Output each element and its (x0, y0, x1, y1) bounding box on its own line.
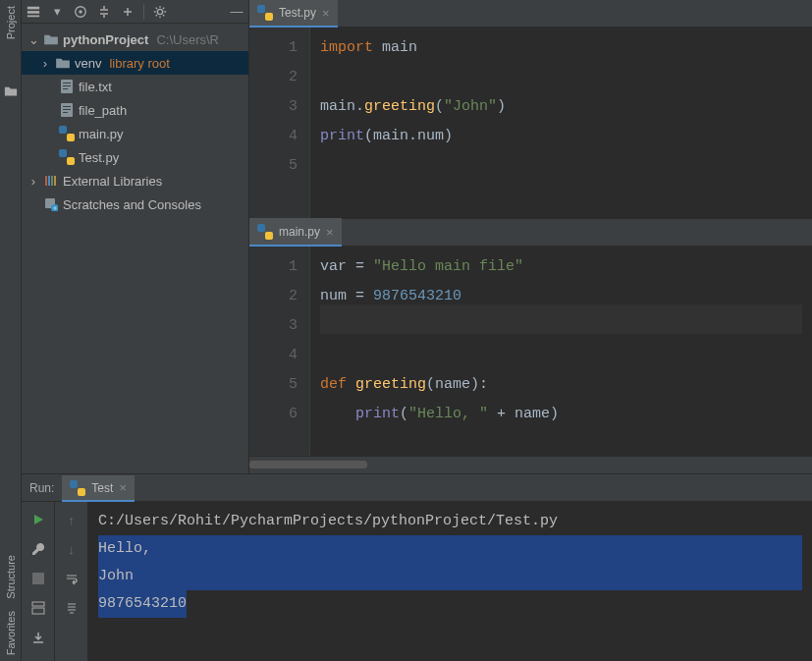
expand-all-icon[interactable] (96, 4, 112, 20)
text-file-icon (59, 102, 75, 118)
tree-hint: library root (109, 56, 169, 71)
project-tree[interactable]: ⌄ pythonProject C:\Users\R › venv librar… (22, 24, 248, 220)
python-file-icon (70, 480, 85, 496)
text-file-icon (59, 79, 75, 94)
run-icon[interactable] (28, 510, 48, 529)
run-tab[interactable]: Test × (62, 475, 135, 501)
folder-icon (43, 31, 59, 47)
tree-hint: C:\Users\R (156, 32, 219, 47)
tree-label: file.txt (79, 80, 112, 94)
run-header: Run: Test × (22, 474, 812, 502)
tree-external-libraries[interactable]: › External Libraries (22, 169, 248, 193)
chevron-right-icon[interactable]: › (39, 56, 51, 71)
svg-rect-17 (54, 176, 56, 186)
tree-file[interactable]: file.txt (22, 75, 248, 98)
tree-scratches[interactable]: › Scratches and Consoles (22, 193, 248, 216)
editor-pane-top: Test.py × 12345import main main.greeting… (249, 0, 812, 218)
tree-label: Scratches and Consoles (63, 197, 201, 212)
svg-point-4 (79, 10, 82, 14)
close-icon[interactable]: × (119, 480, 127, 495)
editor-area: Test.py × 12345import main main.greeting… (249, 0, 812, 473)
run-tool-window: Run: Test × ↑ ↓ C:/Users/Rohit/PycharmPr… (22, 473, 812, 661)
export-icon[interactable] (28, 628, 48, 647)
svg-rect-20 (32, 573, 44, 584)
folder-icon (55, 55, 71, 71)
close-icon[interactable]: × (322, 6, 330, 21)
settings-icon[interactable] (152, 4, 168, 20)
arrow-down-icon[interactable]: ↓ (62, 539, 81, 559)
close-icon[interactable]: × (326, 225, 334, 240)
svg-rect-22 (32, 608, 44, 614)
python-file-icon (59, 126, 75, 141)
svg-rect-8 (63, 85, 71, 86)
python-file-icon (257, 224, 273, 240)
left-tool-rail: Project Structure Favorites (0, 0, 22, 661)
chevron-down-icon[interactable]: ⌄ (27, 32, 39, 47)
structure-tool-button[interactable]: Structure (5, 549, 17, 605)
wrench-icon[interactable] (28, 539, 48, 559)
editor-pane-bottom: main.py × 123456var = "Hello main file"n… (249, 219, 812, 456)
output-line: Hello, John (98, 535, 802, 590)
folder-icon (4, 84, 18, 98)
tree-label: Test.py (79, 150, 119, 165)
python-file-icon (59, 149, 75, 165)
chevron-right-icon[interactable]: › (27, 174, 39, 189)
run-output[interactable]: C:/Users/Rohit/PycharmProjects/pythonPro… (88, 502, 812, 661)
svg-rect-11 (63, 106, 71, 107)
output-line: C:/Users/Rohit/PycharmProjects/pythonPro… (98, 508, 802, 535)
collapse-all-icon[interactable] (120, 4, 135, 20)
tree-venv[interactable]: › venv library root (22, 51, 248, 75)
tree-file[interactable]: main.py (22, 122, 248, 145)
target-icon[interactable] (73, 4, 88, 20)
output-line: 9876543210 (98, 590, 802, 618)
svg-rect-21 (32, 602, 44, 606)
tab-main-py[interactable]: main.py × (249, 218, 342, 246)
divider (143, 4, 144, 20)
project-toolbar: ▾ — (22, 0, 248, 24)
soft-wrap-icon[interactable] (62, 569, 81, 588)
tab-label: main.py (279, 225, 320, 239)
svg-point-5 (157, 9, 162, 14)
tree-file[interactable]: Test.py (22, 145, 248, 169)
tab-test-py[interactable]: Test.py × (249, 0, 338, 27)
favorites-tool-button[interactable]: Favorites (5, 605, 17, 661)
editor-tabs: Test.py × (249, 0, 812, 28)
svg-rect-9 (63, 88, 68, 89)
scrollbar[interactable] (249, 456, 812, 473)
libraries-icon (43, 173, 59, 189)
stop-icon[interactable] (28, 569, 48, 588)
arrow-up-icon[interactable]: ↑ (62, 510, 81, 529)
tab-label: Test.py (279, 6, 316, 20)
svg-rect-13 (63, 112, 68, 113)
tree-project-root[interactable]: ⌄ pythonProject C:\Users\R (22, 28, 248, 51)
tree-label: main.py (79, 127, 124, 141)
run-tab-label: Test (91, 481, 113, 495)
svg-rect-1 (27, 11, 39, 14)
minimize-icon[interactable]: — (229, 4, 244, 20)
dropdown-icon[interactable]: ▾ (49, 4, 65, 20)
project-view-icon[interactable] (26, 4, 41, 20)
tree-label: venv (75, 56, 101, 71)
svg-rect-16 (51, 176, 53, 186)
project-tool-button[interactable]: Project (5, 0, 17, 45)
project-panel: ▾ — ⌄ pythonProject C:\Users\R › venv li… (22, 0, 249, 473)
code-editor[interactable]: 123456var = "Hello main file"num = 98765… (249, 247, 812, 456)
tree-label: file_path (79, 103, 127, 118)
python-file-icon (257, 5, 273, 21)
run-label: Run: (29, 481, 54, 495)
tree-label: pythonProject (63, 32, 148, 47)
run-body: ↑ ↓ C:/Users/Rohit/PycharmProjects/pytho… (22, 502, 812, 661)
tree-label: External Libraries (63, 174, 162, 189)
svg-rect-12 (63, 109, 71, 110)
editor-tabs: main.py × (249, 219, 812, 247)
code-editor[interactable]: 12345import main main.greeting("John")pr… (249, 28, 812, 218)
layout-icon[interactable] (28, 598, 48, 618)
svg-rect-15 (48, 176, 50, 186)
run-actions-right: ↑ ↓ (55, 502, 88, 661)
run-actions-left (22, 502, 55, 661)
tree-file[interactable]: file_path (22, 98, 248, 122)
svg-rect-2 (27, 15, 39, 17)
svg-rect-14 (45, 176, 47, 186)
svg-rect-0 (27, 6, 39, 9)
scroll-to-end-icon[interactable] (62, 598, 81, 618)
